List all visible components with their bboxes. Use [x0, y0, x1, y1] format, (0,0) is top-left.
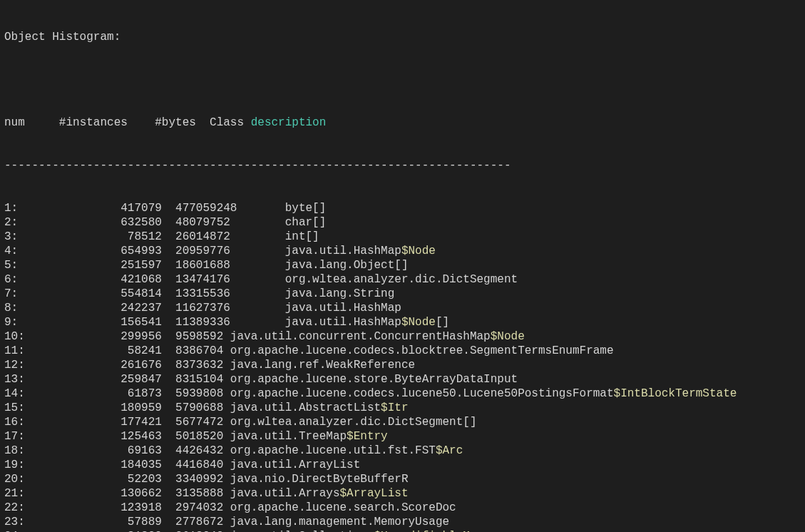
row-numbers: 21: 130662 3135888	[4, 487, 230, 500]
class-segment: org.apache.lucene.search.ScoreDoc	[230, 501, 456, 514]
class-segment: $Entry	[347, 430, 388, 443]
table-row: 9: 156541 11389336 java.util.HashMap$Nod…	[4, 315, 801, 329]
header-description: description	[251, 116, 327, 129]
class-segment: java.lang.Object[]	[285, 259, 409, 272]
row-numbers: 2: 632580 48079752	[4, 216, 285, 229]
class-segment: $Node	[401, 316, 436, 329]
table-row: 17: 125463 5018520 java.util.TreeMap$Ent…	[4, 429, 801, 444]
table-row: 20: 52203 3340992 java.nio.DirectByteBuf…	[4, 472, 801, 486]
class-segment: org.apache.lucene.codecs.blocktree.Segme…	[230, 344, 614, 357]
table-row: 18: 69163 4426432 org.apache.lucene.util…	[4, 444, 801, 458]
row-numbers: 18: 69163 4426432	[4, 444, 230, 457]
class-segment: java.util.concurrent.ConcurrentHashMap	[230, 330, 491, 343]
class-segment: int[]	[285, 230, 319, 243]
row-numbers: 23: 57889 2778672	[4, 516, 230, 528]
class-segment: java.nio.DirectByteBufferR	[230, 473, 409, 486]
row-numbers: 19: 184035 4416840	[4, 459, 230, 471]
row-numbers: 16: 177421 5677472	[4, 416, 230, 429]
table-row: 1: 417079 477059248 byte[]	[4, 201, 801, 215]
table-row: 5: 251597 18601688 java.lang.Object[]	[4, 258, 801, 272]
class-segment: $Node	[491, 330, 525, 343]
row-numbers: 10: 299956 9598592	[4, 330, 230, 343]
row-numbers: 20: 52203 3340992	[4, 473, 230, 486]
class-segment: java.util.HashMap	[285, 245, 401, 257]
class-segment: java.util.AbstractList	[230, 401, 381, 414]
class-segment: $IntBlockTermState	[614, 387, 737, 400]
header-num: num	[4, 116, 25, 129]
class-segment: $Itr	[381, 401, 408, 414]
row-numbers: 1: 417079 477059248	[4, 202, 285, 215]
class-segment: char[]	[285, 216, 327, 229]
class-segment: java.lang.ref.WeakReference	[230, 359, 415, 372]
class-segment: java.util.HashMap	[285, 302, 401, 314]
table-row: 23: 57889 2778672 java.lang.management.M…	[4, 515, 801, 529]
class-segment: java.util.HashMap	[285, 316, 401, 329]
table-row: 4: 654993 20959776 java.util.HashMap$Nod…	[4, 244, 801, 258]
class-segment: byte[]	[285, 202, 327, 215]
table-row: 15: 180959 5790688 java.util.AbstractLis…	[4, 401, 801, 415]
class-segment: java.lang.String	[285, 287, 395, 300]
row-numbers: 14: 61873 5939808	[4, 387, 230, 400]
table-row: 21: 130662 3135888 java.util.Arrays$Arra…	[4, 486, 801, 501]
class-segment: $Node	[401, 245, 436, 257]
table-row: 7: 554814 13315536 java.lang.String	[4, 287, 801, 301]
row-numbers: 13: 259847 8315104	[4, 373, 230, 386]
separator-line: ----------------------------------------…	[4, 158, 801, 173]
class-segment: org.wltea.analyzer.dic.DictSegment[]	[230, 416, 477, 429]
table-row: 22: 123918 2974032 org.apache.lucene.sea…	[4, 501, 801, 515]
histogram-rows: 1: 417079 477059248 byte[]2: 632580 4807…	[4, 201, 801, 532]
row-numbers: 7: 554814 13315536	[4, 287, 285, 300]
class-segment: []	[436, 316, 449, 329]
class-segment: $ArrayList	[339, 487, 408, 500]
table-row: 19: 184035 4416840 java.util.ArrayList	[4, 458, 801, 472]
class-segment: $Arc	[436, 444, 463, 457]
row-numbers: 8: 242237 11627376	[4, 302, 285, 314]
table-row: 10: 299956 9598592 java.util.concurrent.…	[4, 329, 801, 344]
table-row: 14: 61873 5939808 org.apache.lucene.code…	[4, 387, 801, 401]
table-row: 2: 632580 48079752 char[]	[4, 215, 801, 230]
header-line: num #instances #bytes Class description	[4, 116, 801, 130]
class-segment: java.util.TreeMap	[230, 430, 347, 443]
table-row: 6: 421068 13474176 org.wltea.analyzer.di…	[4, 272, 801, 287]
table-row: 8: 242237 11627376 java.util.HashMap	[4, 301, 801, 315]
terminal-output: Object Histogram: num #instances #bytes …	[0, 0, 805, 532]
row-numbers: 22: 123918 2974032	[4, 501, 230, 514]
class-segment: org.apache.lucene.store.ByteArrayDataInp…	[230, 373, 518, 386]
row-numbers: 12: 261676 8373632	[4, 359, 230, 372]
table-row: 24: 81820 2618240 java.util.Collections$…	[4, 529, 801, 532]
table-row: 12: 261676 8373632 java.lang.ref.WeakRef…	[4, 358, 801, 372]
table-row: 3: 78512 26014872 int[]	[4, 230, 801, 244]
header-instances: #instances	[59, 116, 128, 129]
class-segment: org.apache.lucene.util.fst.FST	[230, 444, 436, 457]
row-numbers: 6: 421068 13474176	[4, 273, 285, 286]
class-segment: java.util.ArrayList	[230, 459, 360, 471]
header-class: Class	[210, 116, 244, 129]
row-numbers: 4: 654993 20959776	[4, 245, 285, 257]
row-numbers: 17: 125463 5018520	[4, 430, 230, 443]
row-numbers: 15: 180959 5790688	[4, 401, 230, 414]
table-row: 16: 177421 5677472 org.wltea.analyzer.di…	[4, 415, 801, 429]
row-numbers: 11: 58241 8386704	[4, 344, 230, 357]
histogram-title: Object Histogram:	[4, 30, 801, 44]
header-bytes: #bytes	[155, 116, 196, 129]
row-numbers: 9: 156541 11389336	[4, 316, 285, 329]
table-row: 11: 58241 8386704 org.apache.lucene.code…	[4, 344, 801, 358]
table-row: 13: 259847 8315104 org.apache.lucene.sto…	[4, 372, 801, 387]
class-segment: org.wltea.analyzer.dic.DictSegment	[285, 273, 518, 286]
class-segment: org.apache.lucene.codecs.lucene50.Lucene…	[230, 387, 614, 400]
class-segment: java.util.Arrays	[230, 487, 340, 500]
row-numbers: 3: 78512 26014872	[4, 230, 285, 243]
class-segment: java.lang.management.MemoryUsage	[230, 516, 449, 528]
row-numbers: 5: 251597 18601688	[4, 259, 285, 272]
blank-line	[4, 73, 801, 87]
